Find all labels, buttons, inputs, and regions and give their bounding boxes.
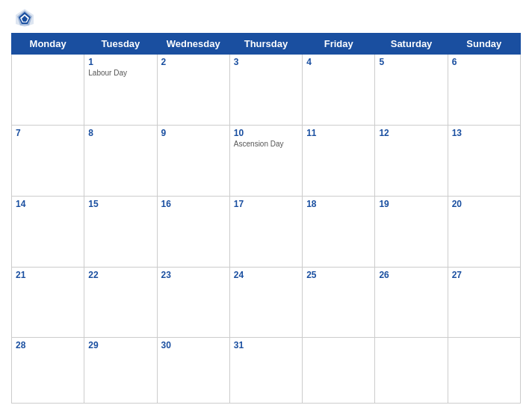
calendar-cell: 11 (303, 125, 375, 196)
holiday-label: Ascension Day (234, 140, 298, 148)
day-number: 6 (452, 57, 516, 67)
holiday-label: Labour Day (88, 69, 152, 77)
day-number: 20 (452, 199, 516, 209)
day-number: 19 (379, 199, 443, 209)
day-number: 26 (379, 270, 443, 280)
calendar-cell: 22 (84, 267, 157, 338)
day-number: 16 (161, 199, 226, 209)
calendar-cell: 7 (12, 125, 84, 196)
calendar-table: MondayTuesdayWednesdayThursdayFridaySatu… (11, 33, 521, 404)
calendar-cell: 2 (157, 55, 229, 126)
page-header (11, 7, 521, 28)
calendar-cell: 26 (375, 267, 448, 338)
weekday-header-monday: Monday (12, 34, 84, 55)
day-number: 14 (16, 199, 80, 209)
day-number: 10 (234, 128, 298, 138)
calendar-cell: 23 (157, 267, 229, 338)
day-number: 4 (306, 57, 371, 67)
calendar-cell: 31 (229, 338, 302, 404)
day-number: 23 (161, 270, 226, 280)
calendar-cell: 10Ascension Day (229, 125, 302, 196)
calendar-cell: 3 (229, 55, 302, 126)
calendar-cell: 18 (303, 196, 375, 267)
calendar-cell: 8 (84, 125, 157, 196)
calendar-cell: 24 (229, 267, 302, 338)
day-number: 5 (379, 57, 443, 67)
day-number: 24 (234, 270, 298, 280)
weekday-header-tuesday: Tuesday (84, 34, 157, 55)
calendar-cell: 17 (229, 196, 302, 267)
day-number: 25 (306, 270, 371, 280)
calendar-page: MondayTuesdayWednesdayThursdayFridaySatu… (0, 0, 532, 411)
day-number: 1 (88, 57, 152, 67)
calendar-week-4: 21222324252627 (12, 267, 521, 338)
calendar-cell: 27 (448, 267, 520, 338)
calendar-cell (448, 338, 520, 404)
calendar-cell: 20 (448, 196, 520, 267)
calendar-week-3: 14151617181920 (12, 196, 521, 267)
logo (14, 7, 38, 28)
weekday-header-wednesday: Wednesday (157, 34, 229, 55)
day-number: 30 (161, 340, 226, 350)
calendar-cell: 4 (303, 55, 375, 126)
day-number: 8 (88, 128, 152, 138)
calendar-cell: 14 (12, 196, 84, 267)
day-number: 18 (306, 199, 371, 209)
weekday-header-row: MondayTuesdayWednesdayThursdayFridaySatu… (12, 34, 521, 55)
calendar-cell: 28 (12, 338, 84, 404)
day-number: 29 (88, 340, 152, 350)
calendar-cell: 12 (375, 125, 448, 196)
weekday-header-saturday: Saturday (375, 34, 448, 55)
weekday-header-friday: Friday (303, 34, 375, 55)
calendar-cell: 29 (84, 338, 157, 404)
logo-icon (14, 7, 35, 28)
day-number: 17 (234, 199, 298, 209)
calendar-cell (12, 55, 84, 126)
calendar-cell: 1Labour Day (84, 55, 157, 126)
day-number: 11 (306, 128, 371, 138)
calendar-cell: 6 (448, 55, 520, 126)
calendar-week-5: 28293031 (12, 338, 521, 404)
day-number: 27 (452, 270, 516, 280)
calendar-cell: 5 (375, 55, 448, 126)
day-number: 13 (452, 128, 516, 138)
day-number: 28 (16, 340, 80, 350)
weekday-header-sunday: Sunday (448, 34, 520, 55)
day-number: 12 (379, 128, 443, 138)
day-number: 2 (161, 57, 226, 67)
calendar-week-1: 1Labour Day23456 (12, 55, 521, 126)
calendar-header: MondayTuesdayWednesdayThursdayFridaySatu… (12, 34, 521, 55)
calendar-cell: 19 (375, 196, 448, 267)
day-number: 21 (16, 270, 80, 280)
calendar-cell (303, 338, 375, 404)
calendar-week-2: 78910Ascension Day111213 (12, 125, 521, 196)
calendar-cell: 13 (448, 125, 520, 196)
calendar-cell: 30 (157, 338, 229, 404)
calendar-body: 1Labour Day2345678910Ascension Day111213… (12, 55, 521, 404)
calendar-cell: 16 (157, 196, 229, 267)
day-number: 22 (88, 270, 152, 280)
calendar-cell: 25 (303, 267, 375, 338)
calendar-cell: 21 (12, 267, 84, 338)
calendar-cell (375, 338, 448, 404)
calendar-cell: 15 (84, 196, 157, 267)
day-number: 15 (88, 199, 152, 209)
day-number: 9 (161, 128, 226, 138)
day-number: 31 (234, 340, 298, 350)
calendar-cell: 9 (157, 125, 229, 196)
day-number: 7 (16, 128, 80, 138)
weekday-header-thursday: Thursday (229, 34, 302, 55)
day-number: 3 (234, 57, 298, 67)
